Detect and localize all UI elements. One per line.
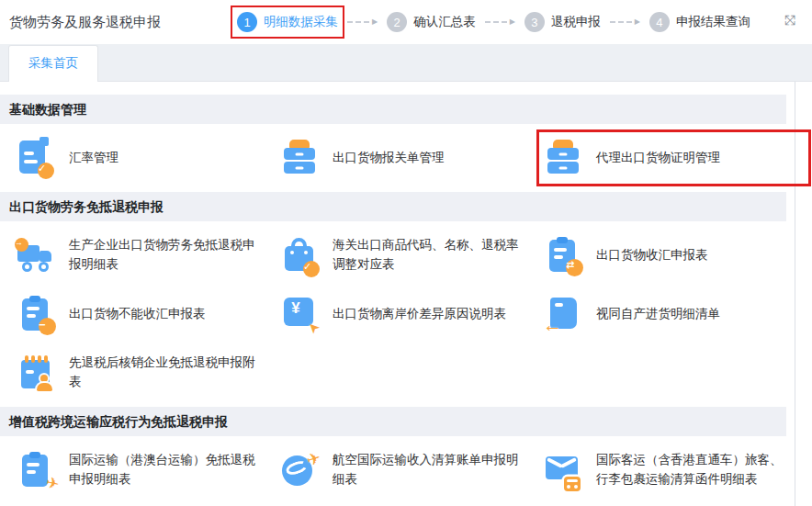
step-number-badge: 4 (649, 12, 670, 32)
menu-item[interactable]: 出口货物报关单管理 (278, 135, 542, 181)
section-grid: ✈国际运输（港澳台运输）免抵退税申报明细表✈航空国际运输收入清算账单申报明细表国… (0, 436, 795, 506)
tab-1[interactable]: 采集首页 (8, 45, 98, 82)
shopping-bag-icon: ✓ (278, 234, 321, 276)
clipboard-exchange-icon: ⇄ (542, 234, 584, 276)
menu-item-label: 出口货物不能收汇申报表 (69, 305, 206, 324)
step-label: 退税申报 (551, 14, 601, 30)
tab-bar: 采集首页 (0, 44, 812, 82)
menu-item-label: 出口货物收汇申报表 (596, 246, 708, 265)
step-1[interactable]: 1明细数据采集 (237, 12, 338, 32)
calendar-user-icon (15, 352, 57, 394)
menu-item[interactable]: →生产企业出口货物劳务免抵退税申报明细表 (15, 232, 278, 278)
fullscreen-expand-icon[interactable]: ⤢⤡ (781, 13, 799, 31)
menu-item-label: 国际运输（港澳台运输）免抵退税申报明细表 (69, 451, 265, 489)
step-number-badge: 2 (387, 12, 407, 32)
section-header: 基础数据管理 (0, 95, 786, 124)
step-number-badge: 1 (237, 12, 257, 32)
menu-item-label: 先退税后核销企业免抵退税申报附表 (69, 354, 265, 392)
step-label: 明细数据采集 (264, 14, 338, 30)
step-connector-icon: ▶ (485, 18, 515, 26)
top-header: 货物劳务及服务退税申报 1明细数据采集▶2确认汇总表▶3退税申报▶4申报结果查询… (0, 0, 812, 44)
section-header: 出口货物劳务免抵退税申报 (0, 192, 786, 221)
step-number-badge: 3 (524, 12, 545, 32)
book-arrow-icon: ← (542, 293, 584, 335)
section-header: 增值税跨境运输应税行为免抵退税申报 (0, 407, 786, 436)
menu-item-label: 汇率管理 (69, 149, 118, 168)
envelope-bus-icon (542, 449, 584, 491)
archive-drawer-icon (278, 137, 321, 179)
archive-drawer-icon (542, 137, 584, 179)
step-4[interactable]: 4申报结果查询 (649, 12, 750, 32)
menu-item[interactable]: ⇄出口货物收汇申报表 (542, 232, 806, 278)
clipboard-plane-icon: ✈ (15, 449, 57, 491)
stepper: 1明细数据采集▶2确认汇总表▶3退税申报▶4申报结果查询 (237, 12, 781, 32)
section-grid: →生产企业出口货物劳务免抵退税申报明细表✓海关出口商品代码、名称、退税率调整对应… (0, 221, 795, 407)
content: 基础数据管理✓汇率管理出口货物报关单管理代理出口货物证明管理出口货物劳务免抵退税… (0, 82, 795, 506)
menu-item[interactable]: 代理出口货物证明管理 (542, 135, 806, 181)
menu-item-label: 航空国际运输收入清算账单申报明细表 (333, 451, 528, 489)
menu-item-label: 国际客运（含香港直通车）旅客、行李包裹运输清算函件明细表 (596, 451, 792, 489)
menu-item[interactable]: ¥➤出口货物离岸价差异原因说明表 (278, 291, 542, 337)
menu-item-label: 出口货物离岸价差异原因说明表 (333, 305, 506, 324)
step-3[interactable]: 3退税申报 (524, 12, 601, 32)
step-label: 确认汇总表 (413, 14, 476, 30)
clipboard-minus-icon: − (15, 293, 57, 335)
truck-icon: → (15, 234, 57, 276)
menu-item[interactable]: −出口货物不能收汇申报表 (15, 291, 278, 337)
menu-item-label: 视同自产进货明细清单 (596, 305, 720, 324)
step-connector-icon: ▶ (610, 18, 640, 26)
document-check-icon: ✓ (15, 137, 57, 179)
menu-item[interactable]: ✈国际运输（港澳台运输）免抵退税申报明细表 (15, 447, 278, 493)
yen-cursor-icon: ¥➤ (278, 293, 321, 335)
menu-item-label: 海关出口商品代码、名称、退税率调整对应表 (333, 236, 528, 275)
section-grid: ✓汇率管理出口货物报关单管理代理出口货物证明管理 (0, 124, 795, 192)
globe-plane-icon: ✈ (278, 449, 321, 491)
menu-item[interactable]: ✓海关出口商品代码、名称、退税率调整对应表 (278, 232, 542, 278)
menu-item[interactable]: 先退税后核销企业免抵退税申报附表 (15, 350, 278, 396)
menu-item[interactable]: ✈航空国际运输收入清算账单申报明细表 (278, 447, 542, 493)
menu-item-label: 生产企业出口货物劳务免抵退税申报明细表 (69, 236, 265, 275)
page-title: 货物劳务及服务退税申报 (9, 14, 237, 31)
menu-item[interactable]: ✓汇率管理 (15, 135, 278, 181)
step-2[interactable]: 2确认汇总表 (387, 12, 476, 32)
menu-item-label: 出口货物报关单管理 (333, 149, 445, 168)
menu-item-label: 代理出口货物证明管理 (596, 149, 720, 168)
step-connector-icon: ▶ (347, 18, 378, 26)
menu-item[interactable]: 国际客运（含香港直通车）旅客、行李包裹运输清算函件明细表 (542, 447, 806, 493)
menu-item[interactable]: ←视同自产进货明细清单 (542, 291, 806, 337)
step-label: 申报结果查询 (676, 14, 750, 30)
